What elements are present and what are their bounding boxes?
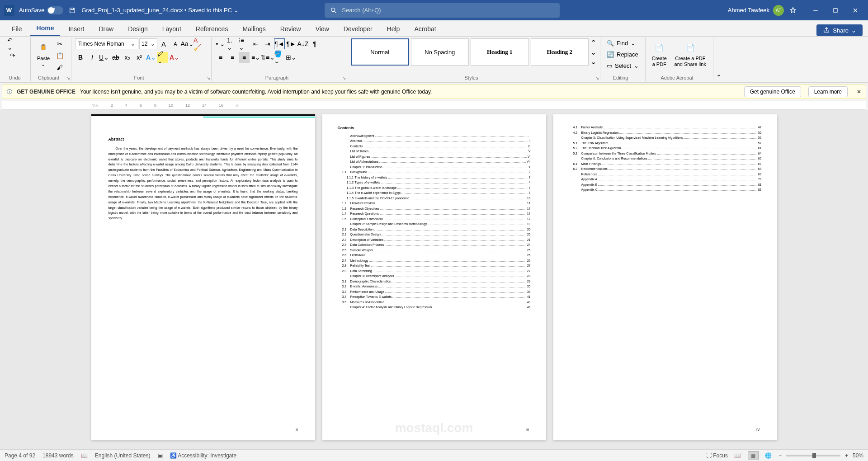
print-layout-button[interactable]: ▦ bbox=[748, 451, 759, 460]
style-heading1[interactable]: Heading 1 bbox=[471, 38, 529, 66]
superscript-button[interactable]: x² bbox=[134, 52, 145, 63]
document-title[interactable]: Grad_Proj_1-3_updated_june_24.docx • Sav… bbox=[81, 7, 238, 14]
tab-file[interactable]: File bbox=[5, 22, 28, 36]
spell-check-icon[interactable]: 📖 bbox=[81, 452, 88, 459]
collapse-ribbon-button[interactable]: ⌄ bbox=[713, 69, 724, 80]
get-genuine-button[interactable]: Get genuine Office bbox=[744, 86, 801, 97]
document-page[interactable]: Contents AcknowledgmentIAbstractIIConten… bbox=[322, 114, 546, 440]
increase-indent-button[interactable]: ⇥ bbox=[262, 38, 273, 49]
decrease-indent-button[interactable]: ⇤ bbox=[250, 38, 261, 49]
align-right-button[interactable]: ≡ bbox=[239, 52, 250, 63]
grow-font-button[interactable]: A bbox=[158, 38, 169, 49]
font-name-dropdown[interactable]: Times New Roman⌄ bbox=[75, 38, 138, 49]
justify-button[interactable]: ≡⌄ bbox=[250, 52, 261, 63]
horizontal-ruler[interactable]: ▽△ 2 4 6 8 10 12 14 16 △ bbox=[2, 101, 866, 110]
rtl-button[interactable]: ¶► bbox=[286, 38, 297, 49]
minimize-button[interactable] bbox=[807, 4, 825, 17]
numbering-button[interactable]: 1. ⌄ bbox=[227, 38, 238, 49]
tab-insert[interactable]: Insert bbox=[62, 22, 90, 36]
bullets-button[interactable]: • ⌄ bbox=[215, 38, 226, 49]
paste-button[interactable]: Paste⌄ bbox=[34, 38, 52, 69]
share-button[interactable]: Share ⌄ bbox=[816, 24, 863, 36]
tab-developer[interactable]: Developer bbox=[337, 22, 379, 36]
document-area[interactable]: Abstract Over the years, the development… bbox=[0, 110, 868, 449]
accessibility-indicator[interactable]: ♿ Accessibility: Investigate bbox=[170, 452, 237, 459]
tab-acrobat[interactable]: Acrobat bbox=[408, 22, 442, 36]
tab-help[interactable]: Help bbox=[381, 22, 406, 36]
maximize-button[interactable] bbox=[826, 4, 844, 17]
user-account[interactable]: Ahmed Tawfeek AT bbox=[728, 5, 784, 16]
highlight-button[interactable]: 🖊⌄ bbox=[157, 52, 168, 63]
document-page[interactable]: Abstract Over the years, the development… bbox=[91, 114, 315, 440]
word-count[interactable]: 18943 words bbox=[42, 452, 74, 459]
align-center-button[interactable]: ≡ bbox=[227, 52, 238, 63]
macro-icon[interactable]: ▣ bbox=[158, 452, 163, 459]
text-effects-button[interactable]: A⌄ bbox=[146, 52, 156, 63]
learn-more-button[interactable]: Learn more bbox=[808, 86, 848, 97]
line-spacing-button[interactable]: ⇅≡⌄ bbox=[262, 52, 273, 63]
read-mode-button[interactable]: 📖 bbox=[732, 451, 743, 460]
search-box[interactable]: Search (Alt+Q) bbox=[325, 3, 560, 18]
focus-mode-button[interactable]: ⛶ Focus bbox=[706, 452, 728, 459]
tab-references[interactable]: References bbox=[189, 22, 235, 36]
align-left-button[interactable]: ≡ bbox=[215, 52, 226, 63]
find-button[interactable]: 🔍 Find ⌄ bbox=[604, 38, 638, 48]
styles-dialog-launcher-icon[interactable]: ↘ bbox=[595, 75, 599, 80]
multilevel-button[interactable]: ⁝≡ ⌄ bbox=[239, 38, 250, 49]
style-normal[interactable]: Normal bbox=[351, 38, 409, 66]
font-dialog-launcher-icon[interactable]: ↘ bbox=[207, 75, 210, 80]
close-notice-button[interactable]: ✕ bbox=[857, 89, 861, 95]
create-pdf-button[interactable]: 📄 Create a PDF bbox=[649, 38, 670, 69]
ltr-button[interactable]: ¶◄ bbox=[274, 38, 285, 49]
select-button[interactable]: ▭ Select ⌄ bbox=[604, 61, 642, 71]
replace-button[interactable]: 🔄 Replace bbox=[604, 50, 641, 59]
clipboard-dialog-launcher-icon[interactable]: ↘ bbox=[66, 75, 70, 80]
change-case-button[interactable]: Aa⌄ bbox=[182, 38, 193, 49]
underline-button[interactable]: U⌄ bbox=[99, 52, 109, 63]
clear-format-button[interactable]: A🧹 bbox=[193, 38, 204, 49]
undo-button[interactable]: ↶ ⌄ bbox=[7, 38, 18, 49]
copy-button[interactable]: 📋 bbox=[54, 50, 65, 61]
paragraph-dialog-launcher-icon[interactable]: ↘ bbox=[342, 75, 346, 80]
tab-view[interactable]: View bbox=[309, 22, 335, 36]
page-indicator[interactable]: Page 4 of 92 bbox=[5, 452, 35, 459]
font-size-dropdown[interactable]: 12⌄ bbox=[139, 38, 157, 49]
sort-button[interactable]: A↓Z bbox=[297, 38, 308, 49]
zoom-out-button[interactable]: − bbox=[778, 452, 782, 459]
toc-entry: 1.2Literature Review11 bbox=[338, 201, 531, 206]
format-painter-button[interactable]: 🖌 bbox=[54, 62, 65, 73]
share-pdf-button[interactable]: 📄 Create a PDF and Share link bbox=[671, 38, 709, 69]
show-marks-button[interactable]: ¶ bbox=[309, 38, 320, 49]
notice-title: GET GENUINE OFFICE bbox=[17, 89, 75, 95]
borders-button[interactable]: ⊞⌄ bbox=[286, 52, 297, 63]
coming-soon-icon[interactable] bbox=[788, 6, 797, 15]
document-page[interactable]: 4.1Factor Analysis474.2Binary Logistic R… bbox=[553, 114, 777, 440]
close-button[interactable] bbox=[846, 4, 864, 17]
shrink-font-button[interactable]: A bbox=[170, 38, 181, 49]
toggle-switch[interactable]: Off bbox=[47, 6, 63, 14]
tab-review[interactable]: Review bbox=[274, 22, 307, 36]
italic-button[interactable]: I bbox=[87, 52, 98, 63]
bold-button[interactable]: B bbox=[75, 52, 86, 63]
style-heading2[interactable]: Heading 2 bbox=[531, 38, 589, 66]
styles-more-button[interactable]: ⌃⌄⌄ bbox=[590, 38, 596, 66]
web-layout-button[interactable]: 🌐 bbox=[763, 451, 774, 460]
style-no-spacing[interactable]: No Spacing bbox=[411, 38, 469, 66]
zoom-slider[interactable] bbox=[786, 455, 840, 456]
tab-draw[interactable]: Draw bbox=[92, 22, 120, 36]
shading-button[interactable]: 🪣⌄ bbox=[274, 52, 285, 63]
font-color-button[interactable]: A⌄ bbox=[169, 52, 180, 63]
strikethrough-button[interactable]: ab bbox=[110, 52, 121, 63]
tab-design[interactable]: Design bbox=[122, 22, 154, 36]
tab-mailings[interactable]: Mailings bbox=[236, 22, 272, 36]
save-icon[interactable] bbox=[68, 6, 77, 15]
autosave-toggle[interactable]: AutoSave Off bbox=[19, 6, 63, 14]
subscript-button[interactable]: x₂ bbox=[122, 52, 133, 63]
language-indicator[interactable]: English (United States) bbox=[95, 452, 151, 459]
zoom-level[interactable]: 50% bbox=[853, 452, 863, 459]
tab-layout[interactable]: Layout bbox=[156, 22, 188, 36]
cut-button[interactable]: ✂ bbox=[54, 38, 65, 49]
tab-home[interactable]: Home bbox=[30, 21, 61, 36]
redo-button[interactable]: ↷ bbox=[7, 50, 18, 61]
zoom-in-button[interactable]: + bbox=[845, 452, 848, 459]
